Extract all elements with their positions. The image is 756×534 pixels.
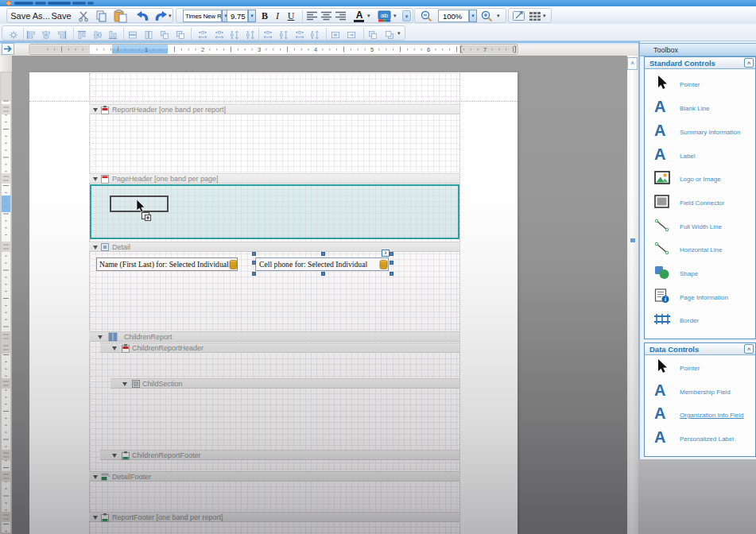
svg-text:1: 1	[145, 46, 148, 53]
svg-text:6: 6	[427, 46, 430, 53]
svg-text:ab: ab	[381, 12, 388, 19]
svg-text:7: 7	[483, 46, 487, 53]
svg-text:3: 3	[258, 46, 261, 53]
svg-text:2: 2	[201, 46, 204, 53]
svg-text:4: 4	[314, 46, 317, 53]
svg-text:5: 5	[370, 46, 374, 53]
